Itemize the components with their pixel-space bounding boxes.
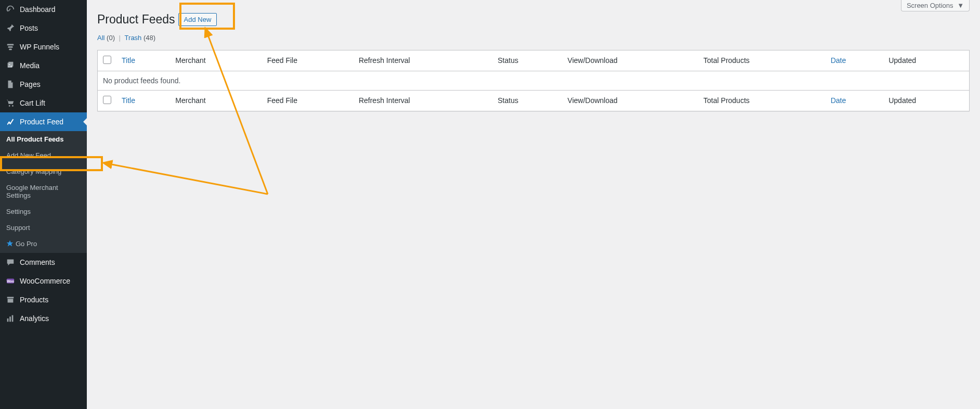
sidebar-item-label: Cart Lift [20,99,45,107]
list-filter-links: All (0) | Trash (48) [97,34,970,42]
page-title: Product Feeds [97,7,175,30]
chevron-down-icon: ▼ [957,2,964,9]
sidebar-item-cartlift[interactable]: Cart Lift [0,94,87,112]
col-view-download-footer: View/Download [563,90,699,111]
comment-icon [5,257,16,267]
submenu-category-mapping[interactable]: Category Mapping [0,163,87,180]
sidebar-item-posts[interactable]: Posts [0,19,87,37]
svg-rect-10 [12,315,14,322]
col-merchant: Merchant [170,50,262,71]
sidebar-item-label: Products [20,296,48,304]
star-icon [6,240,14,249]
sidebar-item-woocommerce[interactable]: Woo WooCommerce [0,272,87,290]
col-total-products: Total Products [698,50,826,71]
sidebar-item-label: Comments [20,258,55,266]
filter-all-count: (0) [107,34,115,42]
filter-trash-link[interactable]: Trash [125,34,142,42]
sidebar-item-comments[interactable]: Comments [0,253,87,272]
svg-line-12 [109,164,268,194]
sidebar-item-label: Dashboard [20,5,56,14]
add-new-button[interactable]: Add New [178,13,217,26]
col-refresh-interval-footer: Refresh Interval [354,90,492,111]
sidebar-item-dashboard[interactable]: Dashboard [0,0,87,19]
svg-point-3 [9,64,10,66]
svg-rect-9 [9,316,11,322]
col-feed-file-footer: Feed File [262,90,354,111]
sidebar-item-label: WooCommerce [20,277,70,285]
sidebar-item-label: WP Funnels [20,43,59,51]
admin-sidebar: Dashboard Posts WP Funnels Media Pages C… [0,0,87,409]
sidebar-item-analytics[interactable]: Analytics [0,309,87,328]
archive-icon [5,295,16,305]
submenu-settings[interactable]: Settings [0,203,87,220]
main-content: Screen Options ▼ Product Feeds Add New A… [87,0,980,111]
sidebar-item-productfeed[interactable]: Product Feed [0,112,87,131]
sidebar-item-label: Analytics [20,314,49,323]
col-status: Status [492,50,562,71]
svg-text:Woo: Woo [7,279,14,283]
filter-all-link[interactable]: All [97,34,104,42]
sidebar-item-label: Media [20,61,40,70]
col-status-footer: Status [492,90,562,111]
empty-table-message: No product feeds found. [98,71,970,90]
select-all-checkbox[interactable] [103,56,111,64]
col-feed-file: Feed File [262,50,354,71]
funnel-icon [5,42,16,52]
media-icon [5,60,16,71]
col-title-footer[interactable]: Title [116,90,170,111]
screen-options-toggle[interactable]: Screen Options ▼ [901,0,970,11]
sidebar-submenu-productfeed: All Product Feeds Add New Feed Category … [0,131,87,253]
analytics-icon [5,313,16,324]
pin-icon [5,23,16,33]
gauge-icon [5,4,16,15]
svg-point-5 [12,105,14,107]
col-view-download: View/Download [563,50,699,71]
cart-icon [5,98,16,108]
sidebar-item-media[interactable]: Media [0,56,87,75]
col-updated: Updated [883,50,969,71]
col-merchant-footer: Merchant [170,90,262,111]
woocommerce-icon: Woo [5,276,16,286]
col-date-footer[interactable]: Date [826,90,884,111]
filter-trash-count: (48) [143,34,155,42]
submenu-add-new-feed[interactable]: Add New Feed [0,147,87,163]
sidebar-item-label: Product Feed [20,118,63,126]
svg-point-4 [9,105,10,107]
col-title[interactable]: Title [116,50,170,71]
submenu-google-merchant-settings[interactable]: Google Merchant Settings [0,180,87,203]
page-icon [5,79,16,90]
submenu-all-product-feeds[interactable]: All Product Feeds [0,131,87,147]
sidebar-item-label: Pages [20,80,41,88]
svg-rect-0 [7,44,14,46]
col-date[interactable]: Date [826,50,884,71]
col-refresh-interval: Refresh Interval [354,50,492,71]
col-updated-footer: Updated [883,90,969,111]
sidebar-item-pages[interactable]: Pages [0,75,87,94]
col-total-products-footer: Total Products [698,90,826,111]
screen-options-label: Screen Options [907,2,953,9]
submenu-support[interactable]: Support [0,220,87,236]
product-feeds-table: Title Merchant Feed File Refresh Interva… [97,50,970,111]
svg-rect-1 [8,46,13,48]
submenu-go-pro[interactable]: Go Pro [0,236,87,253]
sidebar-item-label: Posts [20,24,38,32]
svg-rect-8 [7,318,9,322]
sidebar-item-products[interactable]: Products [0,290,87,309]
svg-rect-2 [9,49,11,50]
select-all-checkbox-footer[interactable] [103,96,111,104]
chart-line-icon [5,117,16,127]
sidebar-item-wpfunnels[interactable]: WP Funnels [0,37,87,56]
